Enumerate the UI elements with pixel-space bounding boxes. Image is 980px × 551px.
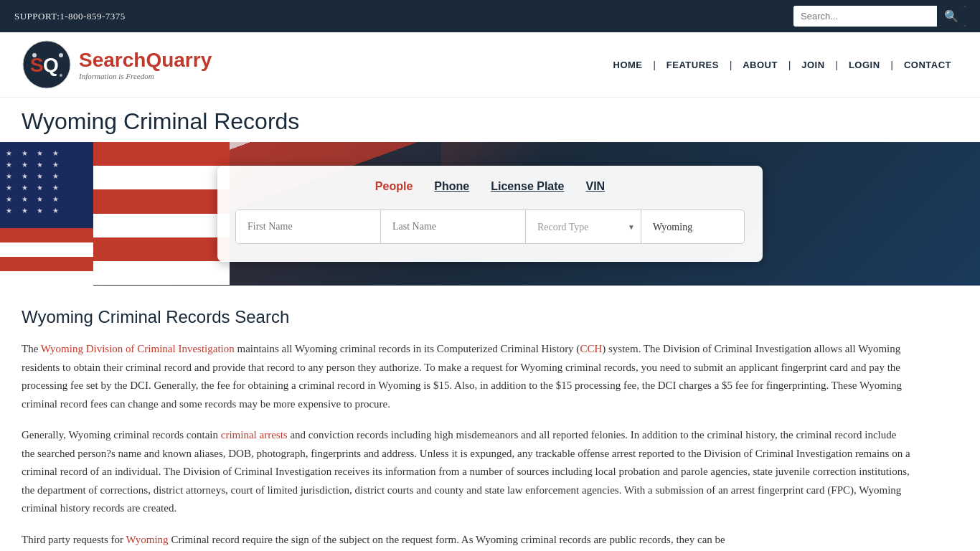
first-name-input[interactable] [236, 210, 381, 243]
wdci-link[interactable]: Wyoming Division of Criminal Investigati… [41, 343, 235, 354]
top-search-input[interactable] [793, 7, 937, 25]
content-para-1: The Wyoming Division of Criminal Investi… [22, 340, 911, 413]
nav-features[interactable]: FEATURES [659, 60, 726, 70]
search-form: Record Type Criminal Records Arrest Reco… [235, 209, 745, 244]
hero-banner: ★ ★ ★ ★★ ★ ★ ★★ ★ ★ ★★ ★ ★ ★★ ★ ★ ★★ ★ ★… [0, 142, 980, 286]
content-heading: Wyoming Criminal Records Search [22, 307, 911, 327]
logo-icon: S Q [22, 39, 72, 90]
main-nav: HOME | FEATURES | ABOUT | JOIN | LOGIN |… [606, 59, 959, 71]
nav-sep-5: | [891, 59, 893, 71]
svg-point-3 [32, 53, 37, 57]
top-search-button[interactable]: 🔍 [937, 6, 966, 27]
search-widget: People Phone License Plate VIN Record Ty… [217, 166, 763, 262]
tab-vin[interactable]: VIN [585, 180, 605, 197]
wyoming-link[interactable]: Wyoming [126, 534, 169, 545]
content-para-2: Generally, Wyoming criminal records cont… [22, 426, 911, 518]
svg-text:S: S [30, 54, 44, 76]
nav-sep-1: | [654, 59, 656, 71]
top-search-box: 🔍 [793, 6, 966, 27]
nav-about[interactable]: ABOUT [735, 60, 785, 70]
page-title-area: Wyoming Criminal Records [0, 98, 980, 142]
site-header: S Q SearchQuarry Information is Freedom … [0, 32, 980, 98]
logo-text: SearchQuarry Information is Freedom [79, 49, 212, 80]
tab-phone[interactable]: Phone [434, 180, 469, 197]
svg-point-4 [59, 53, 63, 57]
logo-area: S Q SearchQuarry Information is Freedom [22, 39, 212, 90]
svg-point-5 [60, 74, 62, 77]
state-wrapper: All States AlabamaAlaskaArizona Arkansas… [641, 210, 745, 243]
state-select[interactable]: All States AlabamaAlaskaArizona Arkansas… [641, 212, 745, 242]
nav-home[interactable]: HOME [606, 60, 650, 70]
page-title: Wyoming Criminal Records [22, 108, 958, 135]
svg-text:Q: Q [43, 54, 59, 76]
nav-sep-3: | [788, 59, 791, 71]
criminal-arrests-link[interactable]: criminal arrests [221, 429, 288, 441]
logo-brand: SearchQuarry [79, 49, 212, 72]
support-text: SUPPORT:1-800-859-7375 [14, 11, 126, 22]
search-tabs: People Phone License Plate VIN [235, 180, 745, 197]
last-name-input[interactable] [381, 210, 526, 243]
top-bar: SUPPORT:1-800-859-7375 🔍 [0, 0, 980, 32]
nav-sep-4: | [836, 59, 838, 71]
nav-contact[interactable]: CONTACT [897, 60, 958, 70]
nav-sep-2: | [730, 59, 732, 71]
record-type-wrapper: Record Type Criminal Records Arrest Reco… [526, 210, 641, 243]
content-para-3: Third party requests for Wyoming Crimina… [22, 531, 911, 550]
nav-join[interactable]: JOIN [794, 60, 831, 70]
cch-link[interactable]: CCH [580, 343, 602, 354]
logo-tagline: Information is Freedom [79, 72, 212, 80]
record-type-select[interactable]: Record Type Criminal Records Arrest Reco… [526, 212, 641, 242]
tab-license-plate[interactable]: License Plate [491, 180, 564, 197]
tab-people[interactable]: People [375, 180, 413, 197]
flag-decoration: ★ ★ ★ ★★ ★ ★ ★★ ★ ★ ★★ ★ ★ ★★ ★ ★ ★★ ★ ★… [0, 142, 230, 286]
nav-login[interactable]: LOGIN [842, 60, 887, 70]
flag-canton: ★ ★ ★ ★★ ★ ★ ★★ ★ ★ ★★ ★ ★ ★★ ★ ★ ★★ ★ ★… [0, 142, 93, 228]
content-area: Wyoming Criminal Records Search The Wyom… [0, 286, 933, 551]
